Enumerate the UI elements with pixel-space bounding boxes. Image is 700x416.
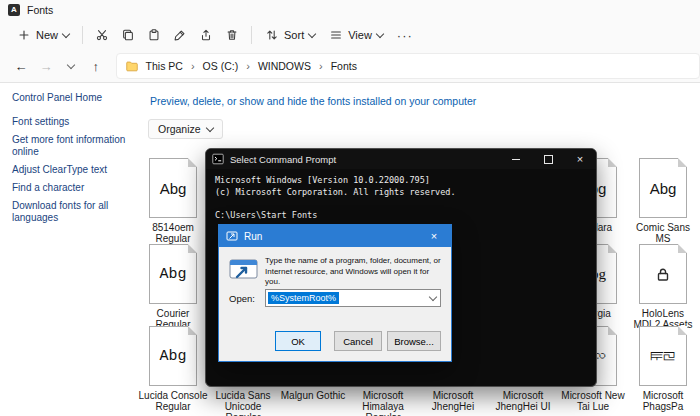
command-prompt-title: Select Command Prompt: [230, 154, 494, 165]
breadcrumb-item[interactable]: WINDOWS: [253, 58, 316, 74]
run-icon: [226, 230, 238, 242]
font-tile-label: Lucida Sans Unicode Regular: [208, 390, 278, 416]
new-button[interactable]: New: [10, 24, 76, 46]
breadcrumb[interactable]: This PC › OS (C:) › WINDOWS › Fonts: [116, 53, 700, 79]
font-preview-glyph: Abg: [650, 180, 677, 197]
new-button-label: New: [36, 29, 58, 41]
cut-button[interactable]: [89, 22, 115, 48]
close-button[interactable]: ×: [417, 225, 451, 247]
maximize-icon: [544, 155, 553, 164]
font-preview-glyph: Abg: [160, 180, 187, 197]
open-label: Open:: [229, 293, 255, 304]
delete-button[interactable]: [219, 22, 245, 48]
organize-button-label: Organize: [158, 123, 201, 135]
run-program-icon: [229, 256, 259, 282]
run-open-value: %SystemRoot%: [268, 292, 339, 304]
font-preview-glyph: Abg: [159, 266, 186, 283]
sidebar-item-download-fonts[interactable]: Download fonts for all languages: [12, 200, 138, 224]
font-tile-label: Microsoft JhengHei: [418, 390, 488, 412]
copy-button[interactable]: [115, 22, 141, 48]
explorer-toolbar: New Sort View: [0, 20, 700, 50]
font-tile-label: Lucida Console Regular: [138, 390, 208, 412]
rename-button[interactable]: [167, 22, 193, 48]
sidebar-item-font-settings[interactable]: Font settings: [12, 116, 138, 128]
run-dialog-titlebar[interactable]: Run ×: [219, 225, 451, 247]
fonts-explorer-window: A Fonts New Sort: [0, 0, 700, 416]
font-grid-item[interactable]: Abg Lucida Console Regular: [138, 326, 208, 412]
sidebar-item-find-character[interactable]: Find a character: [12, 182, 138, 194]
font-tile-label: Malgun Gothic: [278, 390, 348, 401]
up-button[interactable]: ↑: [85, 55, 107, 77]
font-grid-item[interactable]: ꡀꡙ Microsoft PhagsPa: [628, 326, 698, 412]
sidebar-item-control-panel-home[interactable]: Control Panel Home: [12, 92, 138, 104]
terminal-line: Microsoft Windows [Version 10.0.22000.79…: [215, 175, 587, 187]
chevron-down-icon: [62, 29, 70, 37]
command-prompt-titlebar[interactable]: Select Command Prompt ×: [206, 149, 596, 169]
share-icon: [199, 28, 213, 42]
sort-button[interactable]: Sort: [258, 24, 322, 46]
font-tile: Abg: [639, 158, 687, 218]
toolbar-separator: [82, 26, 83, 44]
sort-icon: [265, 28, 279, 42]
font-tile: ꡀꡙ: [639, 326, 687, 386]
breadcrumb-separator-icon: ›: [190, 60, 196, 72]
close-icon: ×: [577, 153, 583, 165]
minimize-button[interactable]: [500, 149, 532, 169]
font-tile-label: Microsoft JhengHei UI: [488, 390, 558, 412]
trash-icon: [225, 28, 239, 42]
window-title: Fonts: [27, 4, 53, 16]
maximize-button[interactable]: [532, 149, 564, 169]
more-options-button[interactable]: ···: [390, 24, 420, 47]
view-button-label: View: [348, 29, 372, 41]
recent-locations-button[interactable]: [60, 55, 82, 77]
paste-button[interactable]: [141, 22, 167, 48]
breadcrumb-item[interactable]: Fonts: [326, 58, 362, 74]
chevron-down-icon: [376, 29, 384, 37]
browse-button[interactable]: Browse...: [387, 331, 441, 351]
run-dialog: Run × Type the name of a program, folder…: [218, 224, 452, 362]
font-tile: [639, 244, 687, 304]
organize-button[interactable]: Organize: [148, 119, 223, 139]
terminal-line: C:\Users\Start Fonts: [215, 210, 587, 222]
folder-icon: [125, 59, 139, 73]
forward-icon: →: [40, 59, 53, 74]
font-tile: Abg: [149, 244, 197, 304]
run-open-input[interactable]: %SystemRoot%: [265, 289, 441, 307]
command-prompt-icon: [212, 153, 224, 165]
terminal-output[interactable]: Microsoft Windows [Version 10.0.22000.79…: [206, 169, 596, 227]
close-button[interactable]: ×: [564, 149, 596, 169]
font-grid-item[interactable]: Abg Courier Regular: [138, 244, 208, 330]
cancel-button[interactable]: Cancel: [334, 331, 382, 351]
address-bar: ← → ↑ This PC › OS (C:) › WINDOWS › Font…: [0, 50, 700, 82]
terminal-line: [215, 198, 587, 210]
rename-icon: [173, 28, 187, 42]
run-dialog-title: Run: [244, 231, 411, 242]
forward-button[interactable]: →: [35, 55, 57, 77]
font-tile: Abg: [149, 158, 197, 218]
combo-dropdown-button[interactable]: [425, 290, 440, 306]
font-grid-item[interactable]: Abg Comic Sans MS: [628, 158, 698, 244]
back-button[interactable]: ←: [10, 55, 32, 77]
font-grid-item[interactable]: Abg 8514oem Regular: [138, 158, 208, 244]
font-tile-label: Microsoft New Tai Lue: [558, 390, 628, 412]
sort-button-label: Sort: [284, 29, 304, 41]
chevron-down-icon: [308, 29, 316, 37]
share-button[interactable]: [193, 22, 219, 48]
view-button[interactable]: View: [322, 24, 390, 46]
fonts-app-icon: A: [8, 4, 20, 16]
breadcrumb-item[interactable]: This PC: [141, 58, 188, 74]
sidebar-item-get-more-font-info[interactable]: Get more font information online: [12, 134, 138, 158]
toolbar-separator: [251, 26, 252, 44]
font-tile: Abg: [149, 326, 197, 386]
minimize-icon: [512, 159, 520, 160]
lock-icon: [655, 265, 671, 283]
terminal-line: (c) Microsoft Corporation. All rights re…: [215, 187, 587, 199]
control-panel-sidebar: Control Panel Home Font settings Get mor…: [12, 92, 138, 230]
ok-button[interactable]: OK: [275, 331, 321, 351]
chevron-down-icon: [205, 123, 213, 131]
sidebar-item-adjust-cleartype[interactable]: Adjust ClearType text: [12, 164, 138, 176]
font-preview-glyph: ꡀꡙ: [650, 349, 676, 364]
explorer-titlebar[interactable]: A Fonts: [0, 0, 700, 20]
font-tile-label: Microsoft PhagsPa: [628, 390, 698, 412]
breadcrumb-item[interactable]: OS (C:): [198, 58, 244, 74]
